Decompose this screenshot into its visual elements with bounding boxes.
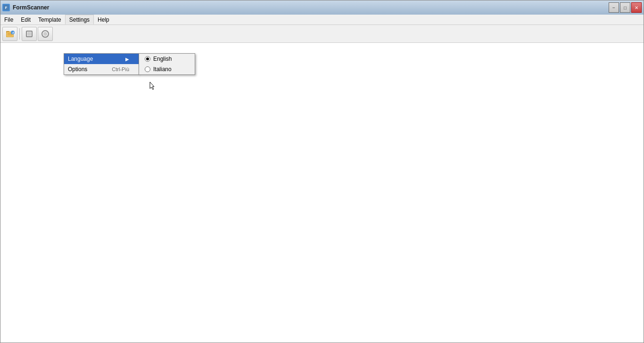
options-label: Options <box>68 66 87 73</box>
title-bar-left: F FormScanner <box>2 4 49 11</box>
title-bar: F FormScanner − □ ✕ <box>0 0 644 15</box>
square-icon <box>25 29 34 39</box>
radio-english-icon <box>145 56 150 62</box>
main-content: Language ▶ English Italiano <box>0 43 644 343</box>
settings-menu: Language ▶ English Italiano <box>64 53 139 75</box>
app-window: F FormScanner − □ ✕ File Edit Template S… <box>0 0 644 343</box>
language-submenu: English Italiano <box>139 53 195 75</box>
english-label: English <box>153 56 172 62</box>
circle-icon <box>41 29 50 39</box>
language-italiano[interactable]: Italiano <box>139 64 195 74</box>
radio-italiano-icon <box>145 66 150 72</box>
toolbar-btn3[interactable] <box>38 27 53 41</box>
submenu-arrow-icon: ▶ <box>125 57 129 62</box>
menu-item-options[interactable]: Options Ctrl-Più <box>64 64 139 74</box>
minimize-button[interactable]: − <box>609 2 619 13</box>
menu-file[interactable]: File <box>0 15 17 24</box>
toolbar: ↺ <box>0 25 644 43</box>
italiano-label: Italiano <box>153 66 172 73</box>
menu-template[interactable]: Template <box>34 15 65 24</box>
window-title: FormScanner <box>13 4 49 11</box>
menu-settings[interactable]: Settings <box>65 15 94 24</box>
cursor <box>149 82 155 91</box>
menu-edit[interactable]: Edit <box>17 15 34 24</box>
svg-text:F: F <box>5 6 8 10</box>
open-folder-icon: ↺ <box>5 29 15 39</box>
svg-rect-10 <box>27 32 31 36</box>
settings-dropdown: Language ▶ English Italiano <box>64 53 139 75</box>
app-icon: F <box>2 4 10 11</box>
toolbar-separator-1 <box>19 28 20 40</box>
language-label: Language <box>68 56 93 62</box>
menu-help[interactable]: Help <box>94 15 113 24</box>
svg-point-12 <box>43 32 47 36</box>
maximize-button[interactable]: □ <box>620 2 630 13</box>
options-shortcut: Ctrl-Più <box>112 66 129 72</box>
language-english[interactable]: English <box>139 54 195 64</box>
close-button[interactable]: ✕ <box>631 2 642 13</box>
svg-text:↺: ↺ <box>12 32 14 34</box>
toolbar-btn2[interactable] <box>22 27 37 41</box>
window-controls: − □ ✕ <box>609 2 642 13</box>
menu-item-language[interactable]: Language ▶ English Italiano <box>64 54 139 64</box>
toolbar-open-button[interactable]: ↺ <box>2 27 17 41</box>
menu-bar: File Edit Template Settings Help <box>0 15 644 25</box>
